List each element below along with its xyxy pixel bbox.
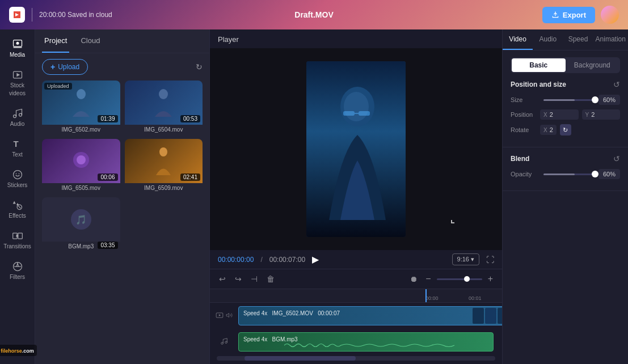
- split-button[interactable]: ⊣: [248, 273, 260, 285]
- media-grid: Uploaded 01:39 IMG_6502.mov 00:53: [35, 81, 209, 258]
- tab-cloud[interactable]: Cloud: [78, 29, 102, 53]
- list-item[interactable]: 00:53 IMG_6504.mov: [125, 81, 203, 134]
- delete-button[interactable]: 🗑: [264, 273, 277, 285]
- zoom-out-button[interactable]: −: [423, 273, 433, 285]
- audio-track-area[interactable]: Speed 4x BGM.mp3: [238, 329, 502, 355]
- list-item[interactable]: 02:41 IMG_6509.mov: [125, 139, 203, 193]
- tab-project[interactable]: Project: [42, 29, 69, 53]
- rotate-controls: X 2 ↻: [540, 124, 571, 136]
- stock-videos-icon: [12, 69, 23, 81]
- rotate-label: Rotate: [511, 126, 540, 133]
- sidebar-item-media[interactable]: Media: [2, 34, 33, 62]
- position-row: Position X 2 Y 2: [511, 109, 620, 120]
- rotate-direction-button[interactable]: ↻: [560, 124, 571, 136]
- clip-thumb-mini: [485, 308, 496, 324]
- svg-point-6: [13, 171, 22, 179]
- tab-background[interactable]: Background: [566, 58, 619, 72]
- svg-point-17: [159, 147, 167, 156]
- zoom-in-button[interactable]: +: [486, 273, 495, 285]
- sidebar-label-videos: videos: [9, 90, 26, 96]
- sidebar-item-filters[interactable]: Filters: [2, 256, 33, 285]
- size-slider[interactable]: [543, 99, 595, 101]
- svg-point-4: [19, 113, 22, 116]
- svg-marker-26: [226, 314, 229, 318]
- redo-button[interactable]: ↪: [233, 273, 244, 285]
- export-button[interactable]: Export: [542, 7, 595, 23]
- media-thumbnail: 02:41: [125, 139, 203, 183]
- tab-audio[interactable]: Audio: [533, 29, 563, 50]
- media-duration: 00:53: [180, 115, 200, 122]
- opacity-slider-fill: [543, 173, 575, 175]
- blend-reset[interactable]: ↺: [613, 154, 620, 163]
- timeline-ruler: 00:00 00:01 00:02 00:03 00:04 00:05 00:0…: [210, 289, 502, 303]
- video-clip[interactable]: Speed 4x IMG_6502.MOV 00:00:07: [238, 306, 502, 325]
- sidebar-item-stock-videos[interactable]: Stock videos: [2, 65, 33, 101]
- media-duration: 03:35: [98, 242, 117, 249]
- opacity-value: 60%: [599, 169, 620, 179]
- effects-icon: [12, 200, 23, 211]
- tab-speed[interactable]: Speed: [563, 29, 593, 50]
- position-x[interactable]: X 2: [540, 109, 579, 120]
- sidebar-item-transitions[interactable]: Transitions: [2, 226, 33, 254]
- transitions-icon: [12, 230, 23, 242]
- timeline: ↩ ↪ ⊣ 🗑 ⏺ − + 00:00 0: [210, 269, 502, 364]
- position-size-title: Position and size: [511, 81, 566, 88]
- tab-video[interactable]: Video: [503, 29, 533, 50]
- record-button[interactable]: ⏺: [407, 273, 420, 285]
- refresh-button[interactable]: ↻: [196, 62, 203, 71]
- svg-point-1: [16, 42, 19, 45]
- opacity-slider-thumb: [592, 171, 599, 177]
- timeline-scrollbar[interactable]: [217, 356, 495, 361]
- svg-point-16: [77, 155, 86, 164]
- fullscreen-button[interactable]: ⛶: [486, 255, 494, 264]
- sidebar-label-stickers: Stickers: [7, 182, 28, 188]
- sidebar-item-stickers[interactable]: Stickers: [2, 164, 33, 193]
- rotate-x-input[interactable]: X 2: [540, 125, 557, 135]
- video-thumb-person: [70, 86, 92, 120]
- tab-basic[interactable]: Basic: [512, 58, 566, 72]
- media-thumbnail: 00:06: [42, 139, 120, 183]
- sidebar-label-stock: Stock: [10, 82, 24, 88]
- svg-point-3: [13, 115, 16, 118]
- media-thumbnail-bgm: 🎵 03:35: [42, 197, 120, 242]
- basic-background-switcher: Basic Background: [511, 57, 620, 73]
- position-y[interactable]: Y 2: [582, 109, 621, 120]
- position-size-reset[interactable]: ↺: [613, 80, 620, 89]
- rotate-x-label: X: [543, 127, 547, 133]
- audio-clip[interactable]: Speed 4x BGM.mp3: [238, 332, 494, 352]
- size-slider-thumb: [592, 96, 599, 103]
- aspect-ratio-button[interactable]: 9:16 ▾: [452, 253, 479, 265]
- scrollbar-thumb: [245, 356, 356, 361]
- tab-animation[interactable]: Animation: [593, 29, 628, 50]
- ruler-mark-0: 00:00: [425, 295, 469, 301]
- video-track-audio[interactable]: [226, 312, 233, 320]
- save-status: 20:00:00 Saved in cloud: [39, 11, 112, 19]
- list-item[interactable]: Uploaded 01:39 IMG_6502.mov: [42, 81, 120, 134]
- upload-button[interactable]: + Upload: [42, 59, 88, 75]
- svg-point-13: [77, 89, 86, 99]
- sidebar-label-audio: Audio: [10, 121, 25, 127]
- time-total: 00:00:07:00: [269, 256, 305, 264]
- timeline-right-controls: ⏺ − +: [407, 273, 495, 285]
- opacity-slider[interactable]: [543, 173, 595, 175]
- waveform-svg: [284, 341, 491, 349]
- sidebar-item-effects[interactable]: Effects: [2, 195, 33, 223]
- panel-tabs: Project Cloud: [35, 29, 209, 53]
- list-item[interactable]: 00:06 IMG_6505.mov: [42, 139, 120, 193]
- play-button[interactable]: ▶: [312, 254, 319, 265]
- undo-button[interactable]: ↩: [217, 273, 228, 285]
- video-track-area[interactable]: Speed 4x IMG_6502.MOV 00:00:07: [238, 303, 502, 329]
- timeline-tracks: 00:00 00:01 00:02 00:03 00:04 00:05 00:0…: [210, 289, 502, 361]
- sidebar-item-audio[interactable]: Audio: [2, 103, 33, 132]
- audio-track-icon[interactable]: [220, 337, 228, 346]
- clip-thumb-mini: [473, 308, 484, 324]
- list-item[interactable]: 🎵 03:35 BGM.mp3: [42, 197, 120, 251]
- video-track-visibility[interactable]: [216, 311, 224, 320]
- rotate-row: Rotate X 2 ↻: [511, 124, 620, 136]
- video-thumb-person: [152, 86, 175, 120]
- zoom-slider[interactable]: [437, 278, 482, 280]
- sidebar-item-text[interactable]: T Text: [2, 134, 33, 162]
- user-avatar[interactable]: [601, 6, 619, 24]
- position-x-value: 2: [550, 111, 553, 118]
- playhead: [425, 289, 427, 302]
